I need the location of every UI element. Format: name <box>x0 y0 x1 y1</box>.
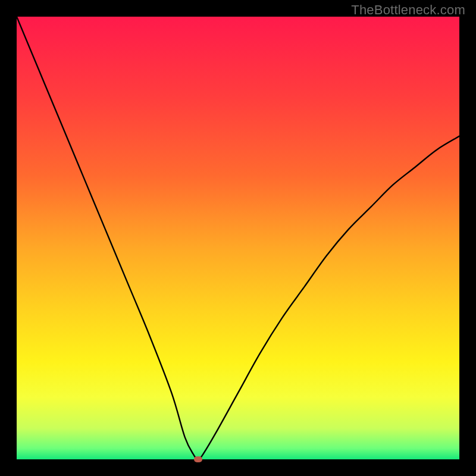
watermark-text: TheBottleneck.com <box>351 2 465 18</box>
bottleneck-plot <box>17 17 459 459</box>
optimal-point-marker <box>194 456 202 462</box>
chart-frame: TheBottleneck.com <box>0 0 476 476</box>
